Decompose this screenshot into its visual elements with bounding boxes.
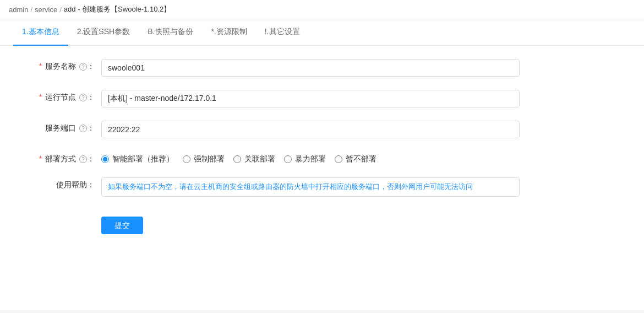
help-text: 如果服务端口不为空，请在云主机商的安全组或路由器的防火墙中打开相应的服务端口，否… [101,177,520,197]
tab-other[interactable]: !.其它设置 [256,19,309,46]
service-port-field [101,121,520,138]
breadcrumb-title: add - 创建服务【Swoole-1.10.2】 [64,4,171,14]
radio-force[interactable]: 强制部署 [183,154,225,164]
submit-area: 提交 [0,210,644,241]
radio-none-label: 暂不部署 [346,154,376,164]
separator-2: / [59,6,62,14]
run-node-input[interactable] [101,90,520,107]
radio-related[interactable]: 关联部署 [233,154,275,164]
radio-violent-input[interactable] [284,155,292,163]
service-name-help-icon[interactable]: ? [79,63,87,71]
service-name-field [101,59,520,77]
radio-smart-input[interactable] [101,155,109,163]
tab-ssh[interactable]: 2.设置SSH参数 [68,19,139,46]
run-node-label: * 运行节点 ?： [13,90,101,102]
run-node-row: * 运行节点 ?： [0,90,644,107]
radio-violent[interactable]: 暴力部署 [284,154,326,164]
radio-none-input[interactable] [335,155,342,163]
deploy-mode-field: 智能部署（推荐） 强制部署 关联部署 暴力部署 [101,152,520,164]
help-field: 如果服务端口不为空，请在云主机商的安全组或路由器的防火墙中打开相应的服务端口，否… [101,177,520,197]
service-name-label: * 服务名称 ?： [13,59,101,72]
service-port-row: 服务端口 ?： [0,121,644,138]
service-name-row: * 服务名称 ?： [0,59,644,77]
radio-related-input[interactable] [233,155,241,163]
breadcrumb: admin / service / add - 创建服务【Swoole-1.10… [0,0,644,19]
required-star: * [39,62,42,71]
required-star-2: * [39,93,42,101]
tab-snapshot[interactable]: B.快照与备份 [139,19,202,46]
radio-force-input[interactable] [183,155,190,163]
page-container: 1.基本信息 2.设置SSH参数 B.快照与备份 *.资源限制 !.其它设置 *… [0,19,644,310]
radio-violent-label: 暴力部署 [295,154,326,164]
deploy-mode-row: * 部署方式 ?： 智能部署（推荐） 强制部署 关联部署 [0,152,644,164]
radio-force-label: 强制部署 [194,154,225,164]
required-star-3: * [39,154,42,163]
deploy-mode-label: * 部署方式 ?： [13,152,101,164]
radio-smart-label: 智能部署（推荐） [112,154,174,164]
tab-resource[interactable]: *.资源限制 [202,19,255,46]
separator-1: / [30,6,32,14]
radio-related-label: 关联部署 [244,154,275,164]
help-row: 使用帮助： 如果服务端口不为空，请在云主机商的安全组或路由器的防火墙中打开相应的… [0,177,644,197]
service-port-help-icon[interactable]: ? [79,125,87,132]
radio-smart[interactable]: 智能部署（推荐） [101,154,174,164]
help-label: 使用帮助： [13,177,101,190]
radio-none[interactable]: 暂不部署 [335,154,376,164]
breadcrumb-admin[interactable]: admin [9,6,28,14]
service-name-input[interactable] [101,59,520,77]
run-node-help-icon[interactable]: ? [79,94,87,101]
deploy-mode-help-icon[interactable]: ? [79,155,87,163]
deploy-mode-radio-group: 智能部署（推荐） 强制部署 关联部署 暴力部署 [101,152,520,164]
tab-basic[interactable]: 1.基本信息 [13,19,68,46]
service-port-input[interactable] [101,121,520,138]
tabs-bar: 1.基本信息 2.设置SSH参数 B.快照与备份 *.资源限制 !.其它设置 [0,19,644,46]
submit-button[interactable]: 提交 [101,217,143,234]
form-container: * 服务名称 ?： * 运行节点 ?： 服务端口 ?： [0,46,644,254]
service-port-label: 服务端口 ?： [13,121,101,133]
run-node-field [101,90,520,107]
breadcrumb-service[interactable]: service [35,6,57,14]
